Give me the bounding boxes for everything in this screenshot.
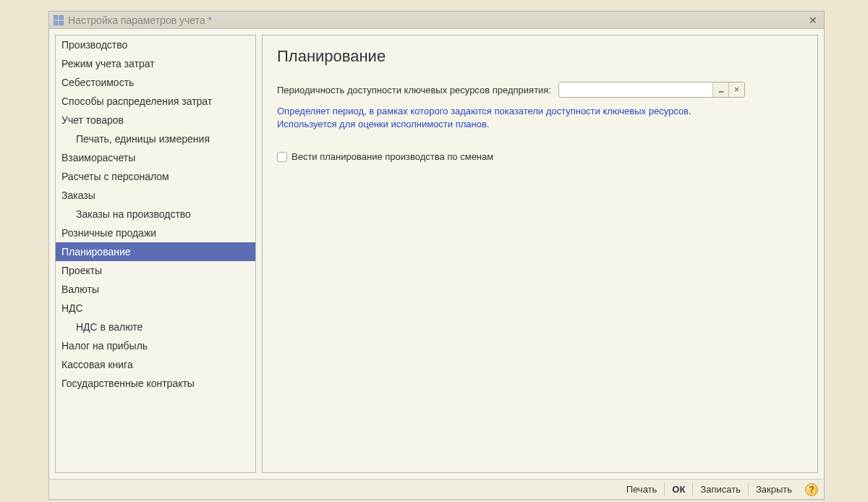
sidebar-item-7[interactable]: Расчеты с персоналом bbox=[56, 167, 255, 186]
sidebar: ПроизводствоРежим учета затратСебестоимо… bbox=[55, 35, 256, 473]
help-text-line2: Используется для оценки исполнимости пла… bbox=[277, 119, 489, 129]
sidebar-item-3[interactable]: Способы распределения затрат bbox=[56, 92, 255, 111]
svg-rect-2 bbox=[54, 21, 58, 25]
ok-button[interactable]: ОК bbox=[664, 483, 692, 496]
sidebar-item-15[interactable]: НДС в валюте bbox=[56, 318, 255, 336]
svg-rect-0 bbox=[54, 15, 58, 20]
sidebar-item-10[interactable]: Розничные продажи bbox=[56, 224, 255, 242]
period-select: ... × bbox=[558, 82, 745, 98]
sidebar-item-8[interactable]: Заказы bbox=[56, 186, 255, 205]
shift-planning-label: Вести планирование производства по смена… bbox=[292, 151, 493, 162]
sidebar-item-5[interactable]: Печать, единицы измерения bbox=[56, 129, 255, 148]
titlebar: Настройка параметров учета * ✕ bbox=[49, 12, 824, 29]
sidebar-item-12[interactable]: Проекты bbox=[56, 261, 255, 280]
settings-window: Настройка параметров учета * ✕ Производс… bbox=[48, 11, 825, 500]
sidebar-item-18[interactable]: Государственные контракты bbox=[56, 374, 255, 393]
sidebar-item-0[interactable]: Производство bbox=[56, 35, 255, 54]
body-area: ПроизводствоРежим учета затратСебестоимо… bbox=[49, 29, 824, 479]
sidebar-item-11[interactable]: Планирование bbox=[56, 242, 255, 261]
help-icon[interactable]: ? bbox=[805, 483, 818, 496]
shift-planning-row: Вести планирование производства по смена… bbox=[277, 151, 803, 162]
period-row: Периодичность доступности ключевых ресур… bbox=[277, 82, 803, 98]
help-text: Определяет период, в рамках которого зад… bbox=[277, 105, 803, 131]
period-label: Периодичность доступности ключевых ресур… bbox=[277, 85, 551, 95]
sidebar-item-2[interactable]: Себестоимость bbox=[56, 73, 255, 92]
clear-button[interactable]: × bbox=[728, 82, 744, 97]
sidebar-item-4[interactable]: Учет товаров bbox=[56, 111, 255, 129]
period-input[interactable] bbox=[559, 82, 712, 97]
close-icon[interactable]: ✕ bbox=[807, 14, 820, 26]
print-button[interactable]: Печать bbox=[619, 483, 665, 496]
window-title: Настройка параметров учета * bbox=[68, 14, 807, 26]
sidebar-item-6[interactable]: Взаиморасчеты bbox=[56, 148, 255, 167]
open-picker-button[interactable]: ... bbox=[712, 82, 728, 97]
sidebar-item-14[interactable]: НДС bbox=[56, 299, 255, 318]
save-button[interactable]: Записать bbox=[692, 483, 748, 496]
content-panel: Планирование Периодичность доступности к… bbox=[262, 35, 818, 473]
bottom-bar: Печать ОК Записать Закрыть ? bbox=[49, 479, 824, 499]
sidebar-item-16[interactable]: Налог на прибыль bbox=[56, 336, 255, 355]
page-title: Планирование bbox=[277, 47, 803, 66]
help-text-line1: Определяет период, в рамках которого зад… bbox=[277, 106, 692, 116]
close-button[interactable]: Закрыть bbox=[748, 483, 799, 496]
shift-planning-checkbox[interactable] bbox=[277, 152, 287, 162]
sidebar-item-17[interactable]: Кассовая книга bbox=[56, 355, 255, 374]
svg-rect-1 bbox=[59, 15, 64, 20]
sidebar-item-1[interactable]: Режим учета затрат bbox=[56, 54, 255, 73]
app-icon bbox=[54, 15, 64, 25]
sidebar-item-13[interactable]: Валюты bbox=[56, 280, 255, 299]
sidebar-item-9[interactable]: Заказы на производство bbox=[56, 205, 255, 224]
svg-rect-3 bbox=[59, 21, 64, 25]
